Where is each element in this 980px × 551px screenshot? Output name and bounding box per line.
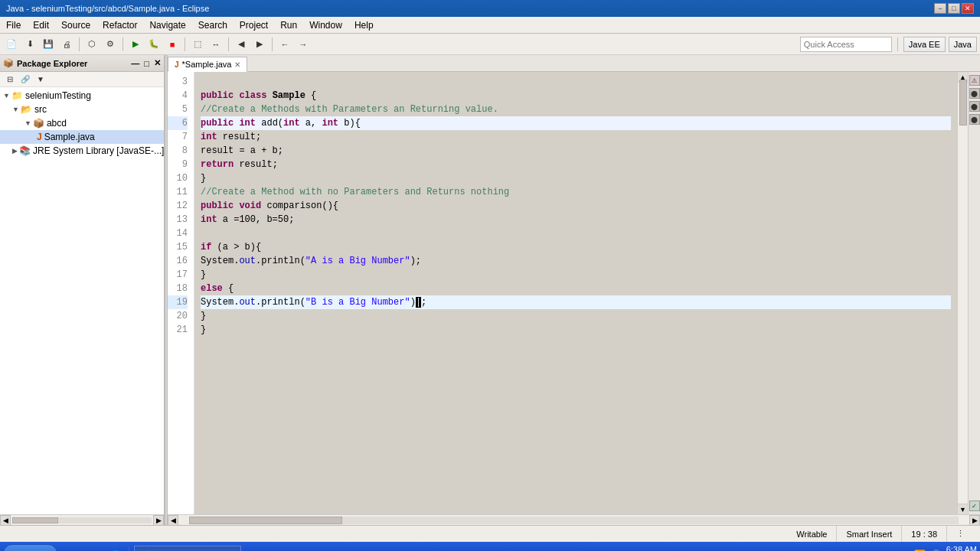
forward-button[interactable]: → [295, 36, 312, 53]
pe-collapse-btn[interactable]: ⊟ [3, 73, 17, 86]
code-line-11: //Create a Method with no Parameters and… [201, 185, 951, 199]
hscroll-right[interactable]: ▶ [969, 515, 980, 526]
menu-run[interactable]: Run [274, 17, 303, 33]
stop-button[interactable]: ■ [164, 36, 181, 53]
fr-icon-3[interactable]: ⬤ [969, 101, 980, 112]
menu-project[interactable]: Project [234, 17, 274, 33]
line-num-4: 4 [168, 89, 188, 103]
menu-window[interactable]: Window [303, 17, 348, 33]
perspective-java-ee[interactable]: Java EE [903, 37, 946, 52]
editor-tab-sample[interactable]: J *Sample.java ✕ [168, 57, 247, 72]
prev-button[interactable]: ◀ [233, 36, 250, 53]
menu-search[interactable]: Search [192, 17, 234, 33]
maximize-button[interactable]: □ [948, 3, 960, 14]
line-num-9: 9 [168, 158, 188, 171]
menu-help[interactable]: Help [348, 17, 380, 33]
status-writable: Writable [787, 526, 837, 542]
title-bar: Java - seleniumTesting/src/abcd/Sample.j… [0, 0, 980, 17]
status-more: ⋮ [947, 526, 974, 542]
toolbar-btn-2[interactable]: ⬇ [21, 36, 38, 53]
fr-icon-2[interactable]: ⬤ [969, 88, 980, 99]
toolbar-btn-11[interactable]: ⬚ [189, 36, 206, 53]
status-more-icon: ⋮ [956, 529, 965, 539]
menu-source[interactable]: Source [55, 17, 96, 33]
toolbar-sep-6 [897, 37, 898, 51]
hscroll-track [189, 517, 959, 524]
position-label: 19 : 38 [911, 530, 937, 539]
pe-scroll-track [12, 517, 152, 523]
line-num-20: 20 [168, 309, 188, 323]
vscroll-down[interactable]: ▼ [958, 504, 968, 514]
java-tab-icon: J [175, 60, 179, 69]
save-button[interactable]: 💾 [40, 36, 57, 53]
pe-menu-btn[interactable]: ▼ [34, 73, 47, 86]
vscroll-thumb[interactable] [959, 80, 967, 126]
line-num-12: 12 [168, 199, 188, 213]
menu-file[interactable]: File [0, 17, 27, 33]
fr-icon-5[interactable]: ✓ [969, 500, 980, 511]
tab-close-btn[interactable]: ✕ [234, 60, 240, 69]
tree-item-seleniumtesting[interactable]: ▼ 📁 seleniumTesting [0, 89, 164, 103]
perspective-java[interactable]: Java [949, 37, 977, 52]
tree-item-abcd[interactable]: ▼ 📦 abcd [0, 116, 164, 130]
print-button[interactable]: 🖨 [58, 36, 75, 53]
taskbar-media[interactable]: ▶ [75, 546, 87, 551]
taskbar-ie[interactable]: 🌐 [107, 546, 124, 551]
taskbar-eclipse[interactable]: 🌙 Java - seleniumTes... [134, 546, 240, 551]
toolbar-sep-1 [79, 37, 80, 51]
quick-access-input[interactable] [800, 37, 892, 52]
tree-label: Sample.java [44, 132, 95, 142]
tree-item-jre[interactable]: ▶ 📚 JRE System Library [JavaSE-...] [0, 144, 164, 158]
menu-navigate[interactable]: Navigate [143, 17, 191, 33]
clock-time: 6:38 AM [944, 544, 977, 551]
pe-scrollbar[interactable]: ◀ ▶ [0, 514, 164, 525]
editor-vscroll[interactable]: ▲ ▼ [957, 72, 968, 514]
menu-bar: File Edit Source Refactor Navigate Searc… [0, 17, 980, 34]
clock: 6:38 AM 7/6/2016 [944, 544, 977, 551]
pe-content: ▼ 📁 seleniumTesting ▼ 📂 src ▼ 📦 abcd J S… [0, 87, 164, 514]
editor-hscroll[interactable]: ◀ ▶ [168, 514, 980, 525]
pe-scroll-thumb [12, 517, 58, 523]
hscroll-left[interactable]: ◀ [168, 515, 178, 526]
taskbar-sep [129, 546, 129, 551]
code-area[interactable]: public class Sample { //Create a Methods… [194, 72, 957, 514]
tree-item-src[interactable]: ▼ 📂 src [0, 103, 164, 116]
code-line-9: return result; [201, 158, 951, 171]
next-button[interactable]: ▶ [251, 36, 268, 53]
menu-edit[interactable]: Edit [27, 17, 55, 33]
close-button[interactable]: ✕ [962, 3, 974, 14]
pe-scroll-right[interactable]: ▶ [153, 515, 164, 526]
debug-button[interactable]: 🐛 [145, 36, 162, 53]
editor-body: 3 4 5 6 7 8 9 10 11 12 13 14 15 16 17 18… [168, 72, 980, 514]
code-line-3 [201, 75, 951, 89]
run-button[interactable]: ▶ [127, 36, 144, 53]
toolbar-btn-6[interactable]: ⚙ [102, 36, 119, 53]
new-button[interactable]: 📄 [3, 36, 20, 53]
code-line-5: //Create a Methods with Parameters an Re… [201, 103, 951, 116]
minimize-button[interactable]: − [934, 3, 946, 14]
code-line-10: } [201, 171, 951, 185]
fr-icon-4[interactable]: ⬤ [969, 114, 980, 125]
line-num-15: 15 [168, 240, 188, 254]
toolbar-btn-5[interactable]: ⬡ [83, 36, 100, 53]
taskbar-firefox[interactable]: 🦊 [89, 546, 106, 551]
pe-close[interactable]: ✕ [154, 58, 161, 68]
taskbar-explorer[interactable]: 🗂 [59, 546, 74, 551]
line-num-21: 21 [168, 323, 188, 337]
pe-scroll-left[interactable]: ◀ [0, 515, 11, 526]
menu-refactor[interactable]: Refactor [96, 17, 143, 33]
pe-minimize[interactable]: — [131, 59, 139, 68]
back-button[interactable]: ← [276, 36, 293, 53]
toolbar-btn-12[interactable]: ↔ [207, 36, 224, 53]
pe-maximize[interactable]: □ [144, 59, 149, 68]
code-line-4: public class Sample { [201, 89, 951, 103]
tab-label: *Sample.java [182, 60, 232, 69]
start-button[interactable]: ⊞ start [3, 544, 57, 551]
fr-icon-1[interactable]: ⚠ [969, 75, 980, 86]
code-line-19: System.out.println("B is a Big Number")|… [201, 295, 951, 309]
pe-header: 📦 Package Explorer — □ ✕ [0, 55, 164, 72]
hscroll-thumb [189, 517, 342, 524]
taskbar-right: 🖥 📶 🔊 6:38 AM 7/6/2016 [898, 544, 977, 551]
tree-item-sample-java[interactable]: J Sample.java [0, 130, 164, 144]
pe-link-btn[interactable]: 🔗 [18, 73, 32, 86]
